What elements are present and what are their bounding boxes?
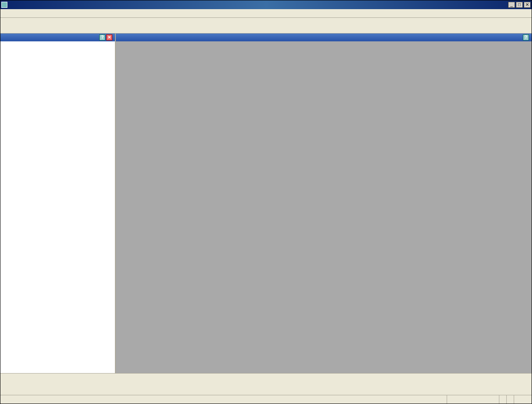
- folders-pane: ? ✕: [0, 34, 116, 373]
- app-icon: [1, 2, 7, 8]
- status-size: [507, 395, 514, 404]
- toolbar: [0, 18, 532, 34]
- status-gap1: [447, 395, 499, 404]
- status-left: [0, 395, 447, 404]
- folder-tree[interactable]: [0, 41, 115, 373]
- minimize-button[interactable]: _: [508, 2, 515, 8]
- app-window: _ □ ✕ ? ✕ ?: [0, 0, 532, 404]
- pane-close-button[interactable]: ✕: [106, 34, 112, 40]
- status-grip: [514, 395, 532, 404]
- thumbnail-grid[interactable]: [116, 41, 532, 373]
- sendto-bar: [0, 373, 532, 395]
- close-button[interactable]: ✕: [524, 2, 531, 8]
- menubar: [0, 9, 532, 18]
- content-pane: ?: [116, 34, 532, 373]
- content-help-button[interactable]: ?: [523, 34, 529, 40]
- status-dpi: [499, 395, 507, 404]
- status-bar: [0, 395, 532, 404]
- folders-pane-header: ? ✕: [0, 34, 115, 41]
- content-header: ?: [116, 34, 532, 41]
- maximize-button[interactable]: □: [516, 2, 523, 8]
- titlebar: _ □ ✕: [0, 0, 532, 9]
- pane-help-button[interactable]: ?: [99, 34, 105, 40]
